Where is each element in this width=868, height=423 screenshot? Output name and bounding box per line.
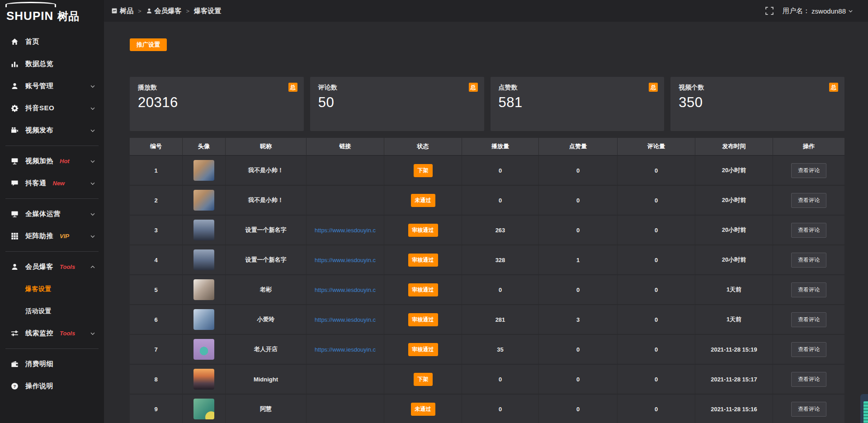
cell-avatar: [183, 186, 226, 215]
sidebar-item-label: 矩阵助推: [25, 232, 53, 240]
cell-nickname: 老彬: [226, 275, 307, 304]
cell-actions: 查看评论: [773, 305, 844, 334]
app-window: SHUPIN 树品 首页数据总览账号管理抖音SEO视频发布视频加热Hot抖客通N…: [0, 0, 868, 423]
home-icon: [11, 38, 19, 46]
stat-card-value: 20316: [138, 94, 296, 111]
stat-card-label: 点赞数: [499, 84, 656, 92]
cell-actions: 查看评论: [773, 395, 844, 423]
widget-bar-icon: [863, 401, 868, 423]
table-row: 2我不是小帅！未通过00020小时前查看评论: [130, 185, 844, 215]
username: zswodun88: [811, 7, 846, 15]
sidebar-item-baoke-settings[interactable]: 爆客设置: [0, 278, 104, 300]
sidebar-item-label: 数据总览: [25, 60, 53, 68]
sidebar-item-operation-guide[interactable]: ?操作说明: [0, 375, 104, 397]
breadcrumb-item[interactable]: 会员爆客: [146, 7, 182, 15]
stat-card: 评论数总50: [310, 77, 484, 131]
cell-actions: 查看评论: [773, 186, 844, 215]
video-link[interactable]: https://www.iesdouyin.c: [315, 287, 376, 293]
cell-link: https://www.iesdouyin.c: [307, 245, 384, 274]
cell-comments: 0: [618, 245, 695, 274]
cell-id: 2: [130, 186, 183, 215]
app-logo[interactable]: SHUPIN 树品: [0, 0, 104, 24]
view-comments-button[interactable]: 查看评论: [791, 402, 826, 417]
status-badge: 未通过: [411, 403, 435, 416]
stat-card-total-badge: 总: [469, 83, 478, 92]
sidebar-item-label: 消费明细: [25, 360, 53, 368]
sidebar-item-tag: VIP: [60, 233, 69, 240]
video-link[interactable]: https://www.iesdouyin.c: [315, 227, 376, 234]
breadcrumb-label: 爆客设置: [194, 7, 221, 15]
cell-link: [307, 156, 384, 185]
sidebar-item-label: 视频发布: [25, 126, 53, 135]
table-row: 7老人开店https://www.iesdouyin.c审核通过35002021…: [130, 334, 844, 364]
avatar: [193, 190, 214, 211]
sidebar-item-member-baoke[interactable]: 会员爆客Tools: [0, 256, 104, 278]
status-badge: 审核通过: [408, 254, 438, 267]
monitor-icon: [11, 210, 19, 218]
fullscreen-icon[interactable]: [765, 7, 774, 15]
sidebar-item-label: 视频加热: [25, 157, 53, 165]
sidebar-item-consumption-details[interactable]: 消费明细: [0, 353, 104, 375]
sidebar-item-home[interactable]: 首页: [0, 31, 104, 53]
column-header: 昵称: [226, 138, 307, 155]
column-header: 评论量: [618, 138, 695, 155]
person-icon: [146, 8, 152, 14]
view-comments-button[interactable]: 查看评论: [791, 282, 826, 297]
breadcrumb-separator: >: [186, 8, 190, 14]
video-link[interactable]: https://www.iesdouyin.c: [315, 346, 376, 353]
cell-comments: 0: [618, 156, 695, 185]
sidebar-item-activity-settings[interactable]: 活动设置: [0, 300, 104, 322]
sidebar-item-tag: Hot: [60, 158, 70, 164]
sidebar-item-media-operation[interactable]: 全媒体运营: [0, 203, 104, 225]
view-comments-button[interactable]: 查看评论: [791, 193, 826, 208]
cell-actions: 查看评论: [773, 275, 844, 304]
sidebar-item-clue-monitor[interactable]: 线索监控Tools: [0, 322, 104, 344]
breadcrumb-item[interactable]: 树品: [111, 7, 133, 15]
video-link[interactable]: https://www.iesdouyin.c: [315, 316, 376, 323]
sidebar-item-video-publish[interactable]: 视频发布: [0, 119, 104, 141]
sidebar-item-douyin-seo[interactable]: 抖音SEO: [0, 97, 104, 119]
video-link[interactable]: https://www.iesdouyin.c: [315, 257, 376, 263]
cell-link: https://www.iesdouyin.c: [307, 305, 384, 334]
view-comments-button[interactable]: 查看评论: [791, 223, 826, 238]
cell-id: 5: [130, 275, 183, 304]
sidebar-item-tag: New: [53, 180, 65, 187]
breadcrumb-item[interactable]: 爆客设置: [194, 7, 221, 15]
breadcrumb-label: 树品: [120, 7, 133, 15]
sidebar-item-label: 账号管理: [25, 82, 53, 90]
cell-comments: 0: [618, 275, 695, 304]
stat-cards: 播放数总20316评论数总50点赞数总581视频个数总350: [130, 77, 844, 131]
cell-likes: 0: [539, 275, 618, 304]
column-header: 操作: [773, 138, 844, 155]
stat-card-total-badge: 总: [649, 83, 658, 92]
promotion-settings-button[interactable]: 推广设置: [130, 38, 167, 51]
heat-icon: [11, 157, 19, 165]
sidebar-item-matrix-boost[interactable]: 矩阵助推VIP: [0, 225, 104, 247]
cell-avatar: [183, 275, 226, 304]
view-comments-button[interactable]: 查看评论: [791, 372, 826, 387]
cell-publish-time: 20小时前: [695, 216, 773, 244]
stat-card-total-badge: 总: [829, 83, 838, 92]
floating-widget[interactable]: [860, 394, 868, 423]
column-header: 编号: [130, 138, 183, 155]
sidebar-item-video-heat[interactable]: 视频加热Hot: [0, 150, 104, 172]
stat-card-value: 350: [679, 94, 836, 111]
cell-publish-time: 1天前: [695, 275, 773, 304]
stat-card: 播放数总20316: [130, 77, 304, 131]
sidebar-item-data-overview[interactable]: 数据总览: [0, 53, 104, 75]
view-comments-button[interactable]: 查看评论: [791, 342, 826, 357]
cell-status: 未通过: [384, 395, 462, 423]
cell-link: [307, 365, 384, 394]
chevron-down-icon: [90, 127, 96, 134]
sidebar-item-douketong[interactable]: 抖客通New: [0, 172, 104, 194]
sidebar-item-account-management[interactable]: 账号管理: [0, 75, 104, 97]
cell-nickname: 我不是小帅！: [226, 186, 307, 215]
cell-plays: 0: [462, 365, 539, 394]
user-menu[interactable]: 用户名：zswodun88: [783, 7, 854, 15]
view-comments-button[interactable]: 查看评论: [791, 163, 826, 178]
view-comments-button[interactable]: 查看评论: [791, 253, 826, 268]
column-header: 链接: [307, 138, 384, 155]
cell-avatar: [183, 245, 226, 274]
stat-card: 视频个数总350: [670, 77, 844, 131]
view-comments-button[interactable]: 查看评论: [791, 312, 826, 327]
